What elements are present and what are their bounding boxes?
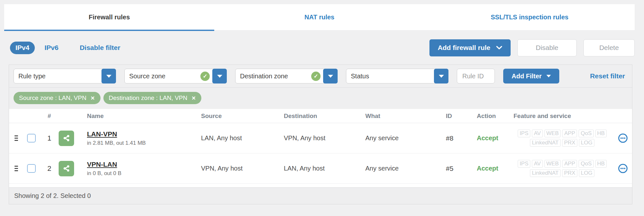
tab-ssl-tls-inspection-rules[interactable]: SSL/TLS inspection rules — [425, 4, 635, 30]
chevron-down-icon — [212, 69, 227, 83]
badge-hb: HB — [595, 160, 607, 168]
tab-bar: Firewall rules NAT rules SSL/TLS inspect… — [4, 4, 635, 31]
badge-app: APP — [562, 130, 577, 137]
add-filter-button[interactable]: Add Filter — [503, 69, 559, 83]
row-menu-ellipsis-icon[interactable] — [618, 163, 628, 173]
table-header: # Name Source Destination What ID Action… — [9, 109, 632, 123]
rule-type-label: Rule type — [14, 69, 102, 83]
add-firewall-rule-label: Add firewall rule — [438, 44, 490, 52]
filter-row: Rule type Source zone ✓ Destination zone… — [9, 65, 632, 88]
tab-label: SSL/TLS inspection rules — [491, 14, 568, 21]
rule-traffic: in 2.81 MB, out 1.41 MB — [87, 140, 201, 146]
chevron-down-icon — [101, 69, 116, 83]
cell-rule-id: #5 — [446, 165, 468, 172]
row-number: 2 — [40, 164, 59, 173]
badge-ips: IPS — [518, 130, 530, 137]
badge-web: WEB — [544, 130, 561, 137]
table-footer-status: Showing 2 of 2. Selected 0 — [9, 187, 632, 204]
disable-filter-link[interactable]: Disable filter — [80, 44, 120, 52]
tab-label: NAT rules — [304, 14, 334, 21]
drag-handle-icon[interactable] — [14, 166, 18, 171]
chip-label: Destination zone : LAN, VPN — [109, 94, 187, 102]
close-icon[interactable]: ✕ — [91, 95, 95, 101]
tab-nat-rules[interactable]: NAT rules — [214, 4, 424, 30]
destination-zone-dropdown[interactable]: Destination zone ✓ — [235, 69, 338, 83]
header-id: ID — [446, 113, 468, 120]
toolbar-actions: Add firewall rule Disable Delete — [429, 39, 635, 56]
row-checkbox[interactable] — [27, 134, 36, 142]
add-firewall-rule-button[interactable]: Add firewall rule — [429, 39, 511, 56]
check-icon: ✓ — [200, 72, 210, 81]
badge-log: LOG — [579, 169, 594, 177]
drag-handle-icon[interactable] — [14, 135, 18, 141]
row-number: 1 — [40, 134, 59, 142]
header-action: Action — [468, 113, 507, 120]
cell-source: VPN, Any host — [201, 165, 284, 172]
badge-log: LOG — [579, 139, 594, 147]
filter-chip-destination-zone: Destination zone : LAN, VPN ✕ — [103, 92, 201, 104]
rule-id-input[interactable] — [457, 69, 495, 83]
badge-av: AV — [532, 160, 543, 168]
cell-destination: LAN, Any host — [284, 165, 365, 172]
feature-badges: IPS AV WEB APP QoS HB LinkedNAT PRX LOG — [514, 130, 611, 147]
source-zone-dropdown[interactable]: Source zone ✓ — [124, 69, 227, 83]
check-icon: ✓ — [311, 72, 321, 81]
header-what: What — [365, 113, 446, 120]
ipv6-toggle[interactable]: IPv6 — [44, 44, 58, 52]
feature-badges: IPS AV WEB APP QoS HB LinkedNAT PRX LOG — [514, 160, 611, 177]
status-label: Status — [346, 69, 434, 83]
active-filter-chips: Source zone : LAN, VPN ✕ Destination zon… — [9, 88, 632, 109]
firewall-rules-panel: Rule type Source zone ✓ Destination zone… — [9, 64, 632, 204]
chip-label: Source zone : LAN, VPN — [19, 94, 86, 102]
chevron-down-icon — [434, 69, 448, 83]
row-menu-ellipsis-icon[interactable] — [618, 133, 628, 143]
chevron-down-icon — [546, 75, 551, 77]
reset-filter-link[interactable]: Reset filter — [590, 72, 627, 80]
header-number: # — [40, 113, 59, 120]
share-network-icon[interactable] — [59, 161, 74, 176]
cell-rule-id: #8 — [446, 134, 468, 142]
cell-what: Any service — [365, 165, 446, 172]
source-zone-label: Source zone — [125, 69, 200, 83]
badge-qos: QoS — [579, 160, 593, 168]
cell-what: Any service — [365, 134, 446, 142]
rule-name-link[interactable]: LAN-VPN — [87, 130, 117, 138]
header-source: Source — [201, 113, 284, 120]
badge-prx: PRX — [562, 169, 577, 177]
table-empty-space — [9, 184, 632, 187]
filter-chip-source-zone: Source zone : LAN, VPN ✕ — [14, 92, 101, 104]
destination-zone-label: Destination zone — [235, 69, 311, 83]
badge-linkednat: LinkedNAT — [530, 139, 561, 147]
header-name: Name — [82, 113, 201, 120]
status-dropdown[interactable]: Status — [346, 69, 448, 83]
badge-av: AV — [532, 130, 543, 137]
cell-destination: VPN, Any host — [284, 134, 365, 142]
rule-name-link[interactable]: VPN-LAN — [87, 161, 117, 168]
tab-label: Firewall rules — [89, 14, 130, 21]
rule-traffic: in 0 B, out 0 B — [87, 170, 201, 177]
filter-section: Rule type Source zone ✓ Destination zone… — [9, 65, 632, 109]
badge-prx: PRX — [562, 139, 577, 147]
rule-type-dropdown[interactable]: Rule type — [14, 69, 116, 83]
table-row: 1 LAN-VPN in 2.81 MB, out 1.41 MB LAN, A… — [9, 123, 632, 153]
badge-ips: IPS — [518, 160, 530, 168]
cell-action: Accept — [468, 165, 507, 172]
row-checkbox[interactable] — [27, 164, 36, 173]
ipv4-toggle[interactable]: IPv4 — [10, 42, 35, 54]
chevron-down-icon — [323, 69, 338, 83]
close-icon[interactable]: ✕ — [191, 95, 196, 101]
table-row: 2 VPN-LAN in 0 B, out 0 B VPN, Any host … — [9, 153, 632, 184]
badge-qos: QoS — [579, 130, 593, 137]
badge-web: WEB — [544, 160, 561, 168]
share-network-icon[interactable] — [59, 131, 74, 146]
tab-firewall-rules[interactable]: Firewall rules — [4, 4, 214, 30]
chevron-down-icon — [496, 46, 502, 50]
badge-app: APP — [562, 160, 577, 168]
disable-button[interactable]: Disable — [517, 39, 577, 56]
badge-hb: HB — [595, 130, 607, 137]
header-destination: Destination — [284, 113, 365, 120]
cell-action: Accept — [468, 134, 507, 142]
delete-button[interactable]: Delete — [583, 39, 635, 56]
cell-source: LAN, Any host — [201, 134, 284, 142]
add-filter-label: Add Filter — [512, 73, 542, 80]
